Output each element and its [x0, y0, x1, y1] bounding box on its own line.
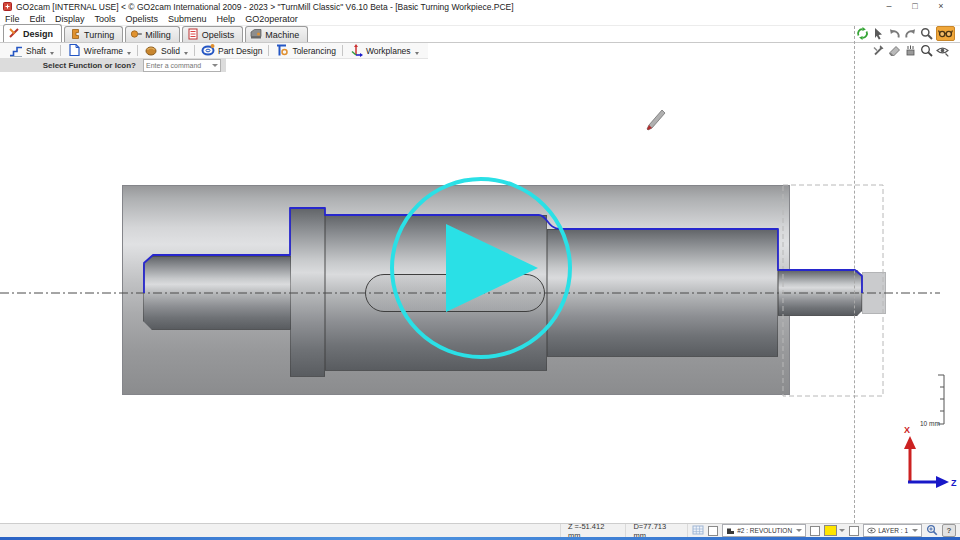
brush-icon[interactable] [904, 44, 917, 57]
workplanes-icon [349, 43, 363, 59]
operator-glasses-button[interactable] [936, 26, 955, 41]
app-icon [3, 2, 12, 11]
tolerancing-button[interactable]: Tolerancing [270, 43, 340, 58]
revolution-checkbox[interactable] [708, 526, 718, 536]
chevron-down-icon[interactable] [212, 64, 218, 67]
command-combo[interactable] [143, 59, 221, 72]
menu-opelists[interactable]: Opelists [121, 14, 164, 24]
shaft-flange [290, 208, 325, 377]
solid-button[interactable]: Solid [139, 43, 193, 58]
shaft-icon [9, 43, 23, 59]
axis-triad: X Z [904, 425, 957, 488]
tab-milling[interactable]: Milling [125, 26, 180, 42]
eraser-icon[interactable] [888, 44, 901, 57]
workplanes-button[interactable]: Workplanes [344, 43, 424, 58]
wireframe-label: Wireframe [84, 46, 123, 56]
select-pointer-icon[interactable] [872, 27, 885, 40]
statusbar-spacer [0, 524, 560, 537]
color-checkbox[interactable] [810, 526, 820, 536]
ribbon-separator [342, 45, 343, 56]
axis-z-label: Z [951, 478, 957, 488]
undo-icon[interactable] [888, 27, 901, 40]
layer-color-swatch [824, 525, 837, 536]
turning-icon [69, 28, 81, 42]
part-design-button[interactable]: Part Design [196, 43, 267, 58]
play-triangle-icon [446, 224, 538, 312]
color-picker[interactable] [824, 525, 845, 536]
viewport-canvas[interactable]: 10 mm X Z [0, 72, 960, 523]
axis-x-label: X [904, 425, 910, 435]
z-coordinate-readout: Z =-51.412 mm [560, 524, 626, 537]
opelists-icon [187, 28, 199, 42]
go2cam-window: GO2cam [INTERNAL USE] < © GO2cam Interna… [0, 0, 960, 540]
visibility-eye-icon[interactable] [936, 44, 949, 57]
tab-design[interactable]: Design [3, 24, 62, 42]
statusbar-controls: #2 : REVOLUTION LAYER : 1 ? [687, 524, 960, 537]
command-label: Select Function or Icon? [43, 61, 136, 70]
shaft-second-section [547, 229, 778, 357]
sync-icon[interactable] [856, 27, 869, 40]
revolution-selector[interactable]: #2 : REVOLUTION [722, 524, 806, 537]
menu-help[interactable]: Help [212, 14, 241, 24]
tab-turning[interactable]: Turning [64, 26, 123, 42]
scale-label: 10 mm [920, 420, 940, 427]
window-title: GO2cam [INTERNAL USE] < © GO2cam Interna… [16, 2, 514, 12]
status-bar: Z =-51.412 mm D=77.713 mm #2 : REVOLUTIO… [0, 523, 960, 537]
scale-indicator: 10 mm [920, 375, 944, 427]
shaft-dropdown-icon[interactable] [50, 52, 54, 55]
menu-submenu[interactable]: Submenu [163, 14, 212, 24]
tab-opelists[interactable]: Opelists [182, 26, 244, 42]
part-design-icon [201, 43, 215, 59]
menu-file[interactable]: File [0, 14, 25, 24]
part-design-label: Part Design [218, 46, 262, 56]
title-bar: GO2cam [INTERNAL USE] < © GO2cam Interna… [0, 0, 960, 13]
magnifier-icon[interactable] [920, 44, 933, 57]
play-button[interactable] [388, 175, 574, 361]
redo-icon[interactable] [904, 27, 917, 40]
zoom-plus-icon[interactable] [926, 524, 938, 538]
solid-icon [144, 43, 158, 59]
layer-selector[interactable]: LAYER : 1 [863, 524, 922, 537]
command-input[interactable] [146, 62, 210, 69]
workplanes-label: Workplanes [366, 46, 411, 56]
pencil-cursor-icon [647, 110, 665, 130]
zoom-icon[interactable] [920, 27, 933, 40]
tools-axe-icon[interactable] [872, 44, 885, 57]
wireframe-icon [67, 43, 81, 59]
d-coordinate-readout: D=77.713 mm [625, 524, 687, 537]
workplanes-dropdown-icon[interactable] [415, 52, 419, 55]
tolerancing-label: Tolerancing [292, 46, 335, 56]
close-button[interactable]: × [928, 0, 954, 13]
minimize-button[interactable]: – [876, 0, 902, 13]
layer-checkbox[interactable] [849, 526, 859, 536]
revolution-mini-icon [726, 527, 735, 535]
layer-eye-icon [867, 527, 876, 534]
wireframe-button[interactable]: Wireframe [62, 43, 136, 58]
ribbon-separator [60, 45, 61, 56]
tab-bar: Design Turning Milling Opelists Machine [3, 25, 308, 42]
stock-ghost-extension [862, 272, 886, 314]
chevron-down-icon [912, 529, 918, 532]
tab-design-label: Design [23, 29, 53, 39]
shaft-left-spigot [143, 256, 291, 330]
tab-opelists-label: Opelists [202, 30, 235, 40]
maximize-button[interactable]: □ [902, 0, 928, 13]
milling-icon [130, 28, 142, 42]
menu-edit[interactable]: Edit [25, 14, 51, 24]
grid-icon[interactable] [692, 525, 704, 537]
menu-tools[interactable]: Tools [90, 14, 121, 24]
shaft-button[interactable]: Shaft [4, 43, 59, 58]
menu-go2operator[interactable]: GO2operator [240, 14, 303, 24]
machine-icon [250, 28, 262, 42]
solid-dropdown-icon[interactable] [184, 52, 188, 55]
tab-machine[interactable]: Machine [245, 26, 308, 42]
help-button[interactable]: ? [942, 524, 956, 537]
tab-machine-label: Machine [265, 30, 299, 40]
view-toolbar-row1 [856, 26, 955, 41]
menu-display[interactable]: Display [50, 14, 90, 24]
revolution-selector-label: #2 : REVOLUTION [737, 527, 792, 534]
chevron-down-icon [796, 529, 802, 532]
command-bar: Select Function or Icon? [0, 58, 226, 72]
wireframe-dropdown-icon[interactable] [127, 52, 131, 55]
shaft-label: Shaft [26, 46, 46, 56]
